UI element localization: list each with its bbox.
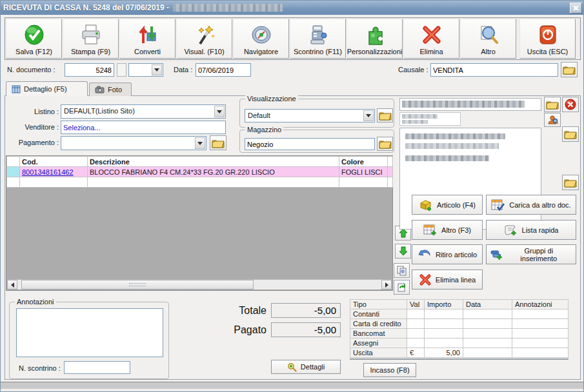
destination-browse-button[interactable] [562,175,579,190]
customer-code-field [399,112,461,126]
folder-icon [564,177,577,188]
articolo-button[interactable]: Articolo (F4) [412,195,483,215]
carica-da-altro-doc-button[interactable]: Carica da altro doc. [486,195,576,215]
totale-value-field: -5,00 [271,303,341,318]
n-documento-label: N. documento : [7,66,55,74]
causale-input[interactable] [430,63,558,77]
grid-horizontal-scrollbar[interactable] [7,279,392,289]
pay-header-tipo: Tipo [350,300,407,309]
grip-dots-icon [129,283,146,286]
payment-row-bancomat[interactable]: Bancomat [350,329,569,338]
titlebar[interactable]: RICEVUTA DI CASSA N. 5248 del 07/06/2019… [1,1,584,15]
pagamento-combobox[interactable] [61,136,206,150]
scrollbar-track[interactable] [17,280,381,289]
causale-browse-button[interactable] [561,62,578,77]
items-grid-header-row: Cod. Descrizione Colore [7,157,393,167]
scrollbar-thumb[interactable] [21,280,254,289]
redacted-customer-name [173,4,283,12]
scroll-left-button[interactable] [7,280,17,289]
pagamento-dropdown-button[interactable] [195,137,205,149]
table-icon [12,85,21,93]
visualizzazione-combobox[interactable]: Default [245,109,375,122]
redacted-code-line [402,114,438,119]
item-descrizione-cell[interactable]: BLOCCO FABRIANO F4 CM.24*33 FG.20 GR.220… [88,167,339,177]
annotazioni-textarea[interactable] [16,308,163,357]
redacted-code-line [402,120,428,124]
arrow-down-icon [399,246,408,256]
toolbar-button-altro[interactable]: Altro [460,19,516,59]
magazzino-browse-button[interactable] [377,137,393,151]
redacted-address-line [405,143,499,149]
customer-browse-button[interactable] [544,97,561,112]
elimina-linea-button[interactable]: Elimina linea [412,270,483,289]
scroll-right-button[interactable] [381,280,392,289]
tab-foto[interactable]: Foto [89,83,132,96]
listino-combobox[interactable]: DEFAULT(Listino Sito) [61,104,226,119]
col-header-colore[interactable]: Colore [339,157,388,167]
toolbar-button-visual[interactable]: Visual. (F10) [176,19,232,59]
window-title: RICEVUTA DI CASSA N. 5248 del 07/06/2019… [3,3,169,12]
col-header-cod[interactable]: Cod. [20,157,88,167]
triangle-right-icon [385,282,388,288]
customer-search-button[interactable] [544,113,561,127]
toolbar-button-scontrino[interactable]: Scontrino (F11) [290,19,346,59]
customer-name-field[interactable] [399,98,541,111]
incasso-button[interactable]: Incasso (F8) [363,363,416,377]
item-row-selected[interactable]: 8001348161462 BLOCCO FABRIANO F4 CM.24*3… [7,167,393,177]
toolbar-button-converti[interactable]: Converti [119,19,176,59]
toolbar-button-uscita[interactable]: Uscita (ESC) [519,19,576,59]
payment-row-assegni[interactable]: Assegni [350,338,569,348]
undo-arrow-icon [418,249,432,260]
folder-icon [546,99,559,110]
clear-customer-button[interactable] [562,97,579,112]
ritiro-articolo-button[interactable]: Ritiro articolo [412,244,483,264]
doc-series-combobox[interactable] [128,63,163,77]
altro-f3-button[interactable]: Altro (F3) [412,220,483,240]
toolbar-button-personalizzazioni[interactable]: Personalizzazioni [347,19,403,59]
status-band [1,382,584,389]
doc-series-dropdown-button[interactable] [152,64,162,75]
receipt-window: RICEVUTA DI CASSA N. 5248 del 07/06/2019… [0,0,584,392]
delete-x-icon [421,21,443,48]
cash-register-icon [307,21,329,48]
venditore-input[interactable] [61,121,226,134]
payment-row-carta-di-credito[interactable]: Carta di credito [350,319,569,329]
toolbar-button-navigatore[interactable]: Navigatore [233,19,289,59]
visualizzazione-dropdown-button[interactable] [363,110,374,121]
data-input[interactable] [196,63,251,77]
n-scontrino-input[interactable] [64,361,130,374]
move-row-down-button[interactable] [395,244,411,259]
address-browse-button[interactable] [562,126,579,142]
pay-header-annotazioni: Annotazioni [512,300,569,309]
totale-label: Totale [219,305,267,317]
pagamento-browse-button[interactable] [210,135,227,150]
pagato-value-field: -5,00 [271,322,341,337]
n-documento-input[interactable] [65,63,114,77]
listino-dropdown-button[interactable] [214,106,225,117]
dettagli-button[interactable]: Dettagli [271,360,341,374]
item-colore-cell[interactable]: FOGLI LISCI [339,167,388,177]
toolbar-button-salva[interactable]: Salva (F12) [6,19,62,59]
item-extra-cell [388,167,393,177]
listino-value: DEFAULT(Listino Sito) [64,107,212,115]
toolbar-button-stampa[interactable]: Stampa (F9) [63,19,119,59]
folder-icon [563,64,576,75]
payment-row-contanti[interactable]: Contanti [350,309,569,319]
payment-row-uscita[interactable]: Uscita € 5,00 [350,348,569,358]
close-button[interactable] [570,3,582,14]
lista-rapida-button[interactable]: Lista rapida [486,220,576,240]
col-header-descrizione[interactable]: Descrizione [88,157,339,167]
item-cod-link[interactable]: 8001348161462 [22,168,74,176]
pay-header-val: Val [407,300,425,309]
folder-icon [564,129,577,139]
save-check-icon [23,21,45,48]
toolbar-button-elimina[interactable]: Elimina [403,19,459,59]
copy-row-button[interactable] [394,263,410,278]
person-search-icon [547,115,558,125]
gruppi-inserimento-button[interactable]: Gruppi di inserimento [486,244,576,264]
refresh-rows-button[interactable] [394,280,410,295]
visualizzazione-browse-button[interactable] [377,108,393,122]
magazzino-input[interactable] [245,138,375,150]
item-row-empty[interactable] [7,177,393,188]
tab-dettaglio[interactable]: Dettaglio (F5) [6,81,88,96]
